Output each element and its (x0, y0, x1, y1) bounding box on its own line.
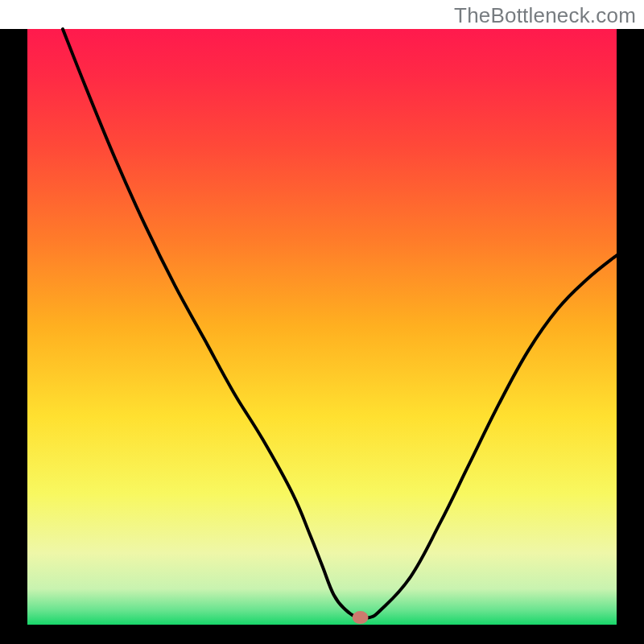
watermark-text: TheBottleneck.com (454, 3, 636, 28)
svg-rect-2 (0, 625, 644, 644)
chart-container: TheBottleneck.com (0, 0, 644, 644)
svg-rect-0 (0, 29, 27, 644)
svg-rect-1 (617, 29, 644, 644)
chart-svg (0, 0, 644, 644)
min-marker (353, 611, 369, 624)
plot-background (27, 29, 617, 625)
